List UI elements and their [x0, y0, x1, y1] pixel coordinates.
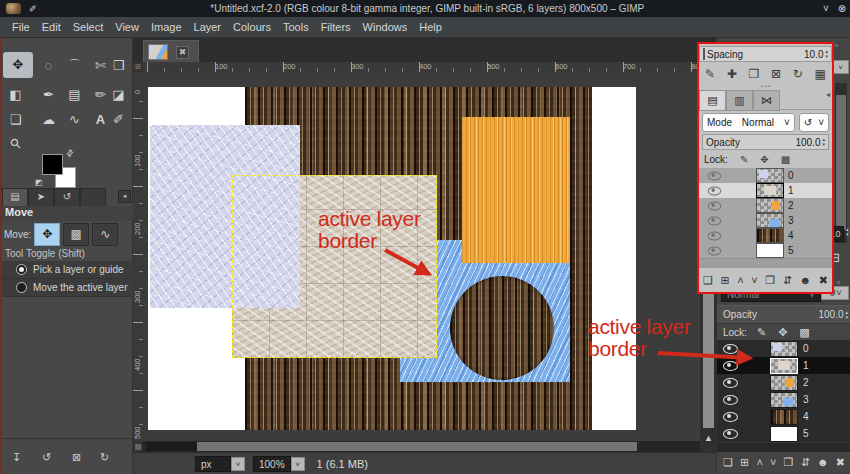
tool-zoom-icon[interactable]: ⚲	[0, 127, 32, 161]
layer-thumbnail[interactable]	[770, 409, 798, 425]
layer-thumbnail[interactable]	[756, 243, 784, 258]
layer-name[interactable]: 4	[803, 411, 809, 422]
ruler-corner[interactable]: ⊞	[133, 62, 143, 72]
menu-windows[interactable]: Windows	[357, 21, 414, 33]
menu-edit[interactable]: Edit	[36, 21, 67, 33]
layer-name[interactable]: 0	[803, 343, 809, 354]
layer-thumbnail[interactable]	[770, 392, 798, 408]
layer-thumbnail[interactable]	[770, 426, 798, 442]
raise-layer-icon[interactable]: ˄	[737, 274, 743, 286]
menu-select[interactable]: Select	[67, 21, 110, 33]
layer-name[interactable]: 3	[788, 215, 794, 226]
tool-free-select-icon[interactable]: ⌒	[62, 54, 87, 77]
lock-alpha-icon[interactable]: ▩	[781, 154, 790, 165]
layer-thumbnail[interactable]	[756, 168, 784, 183]
edit-brush-icon[interactable]: ✎	[705, 67, 715, 81]
strip-scrollbar[interactable]	[835, 83, 847, 243]
radio-unselected-icon[interactable]	[16, 282, 27, 293]
layer-row-0[interactable]: 0	[699, 168, 832, 184]
raise-layer-icon[interactable]: ˄	[756, 456, 762, 468]
layer-row-4[interactable]: 4	[699, 228, 832, 244]
add-mask-icon[interactable]: ☻	[817, 456, 829, 468]
tab-tool-options[interactable]: ▤	[2, 188, 28, 207]
lock-alpha-icon[interactable]: ▩	[799, 326, 809, 339]
pin-icon[interactable]: ✐	[29, 4, 37, 14]
layer-mode-select[interactable]: Mode Normal	[702, 113, 795, 132]
tool-ellipse-select-icon[interactable]: ◌	[36, 54, 61, 77]
tool-paths-icon[interactable]: ∿	[62, 108, 87, 131]
layer-row-5[interactable]: 5	[717, 425, 850, 443]
swap-colors-icon[interactable]: ⇄	[64, 147, 76, 159]
strip-spinner-arrows-icon[interactable]	[846, 227, 849, 237]
radio-pick-layer[interactable]: Pick a layer or guide	[0, 261, 133, 279]
layer-row-1-active[interactable]: 1	[717, 357, 850, 375]
reset-options-icon[interactable]: ↻	[100, 451, 109, 464]
opacity-row[interactable]: Opacity 100.0	[702, 134, 829, 150]
fg-bg-colors[interactable]: ⇄ ◩	[40, 152, 84, 190]
visibility-eye-icon[interactable]	[708, 231, 722, 240]
lock-position-icon[interactable]: ✥	[778, 326, 787, 339]
zoom-dropdown-icon[interactable]	[291, 457, 305, 471]
visibility-eye-icon[interactable]	[723, 378, 738, 388]
layer-name[interactable]: 2	[788, 200, 794, 211]
visibility-eye-icon[interactable]	[708, 216, 722, 225]
layer-row-1-active[interactable]: 1	[699, 183, 832, 199]
lock-pixels-icon[interactable]: ✎	[757, 326, 766, 339]
layer-row-2[interactable]: 2	[699, 198, 832, 214]
opacity-row[interactable]: Opacity 100.0	[717, 305, 850, 324]
tab-close-icon[interactable]: ✖	[176, 46, 189, 59]
tab-image-thumbnail[interactable]	[80, 188, 106, 207]
lock-position-icon[interactable]: ✥	[760, 154, 768, 165]
navigation-corner-icon[interactable]: ▧	[133, 441, 143, 452]
lower-layer-icon[interactable]: ˅	[770, 456, 776, 468]
add-mask-icon[interactable]: ☻	[800, 274, 812, 286]
tool-color-picker-icon[interactable]: ✐	[106, 108, 131, 131]
visibility-eye-icon[interactable]	[723, 344, 738, 354]
layer-name[interactable]: 5	[803, 428, 809, 439]
layer-name[interactable]: 5	[788, 245, 794, 256]
layer-thumbnail[interactable]	[770, 341, 798, 357]
dock-menu-icon[interactable]: ◂	[118, 190, 131, 203]
active-layer-thumbnail[interactable]	[756, 183, 784, 198]
restore-preset-icon[interactable]: ↺	[42, 451, 51, 464]
layer-row-3[interactable]: 3	[699, 213, 832, 229]
new-layer-icon[interactable]: ❏	[703, 274, 713, 287]
visibility-eye-icon[interactable]	[723, 429, 738, 439]
strip-scrollbar-thumb[interactable]	[836, 95, 846, 230]
duplicate-layer-icon[interactable]: ❐	[784, 456, 794, 469]
tool-crop-icon[interactable]: ❒	[106, 54, 131, 77]
scrollbar-step-icon[interactable]: ▲	[702, 432, 715, 445]
new-group-icon[interactable]: ⊞	[740, 456, 749, 469]
tool-flip-icon[interactable]: ◧	[3, 83, 28, 106]
layer-thumbnail[interactable]	[770, 375, 798, 391]
duplicate-brush-icon[interactable]: ❐	[749, 67, 760, 81]
dock-menu-icon[interactable]: ◂	[826, 90, 830, 109]
tab-paths-icon[interactable]: ⋈	[753, 90, 780, 111]
lower-layer-icon[interactable]: ˅	[751, 274, 757, 286]
zoom-value[interactable]: 100%	[253, 456, 291, 472]
unit-dropdown-icon[interactable]	[231, 457, 245, 471]
layer-row-4[interactable]: 4	[717, 408, 850, 426]
slider-handle[interactable]	[703, 48, 705, 60]
active-layer-thumbnail[interactable]	[770, 358, 798, 374]
opacity-spinner-icon[interactable]	[822, 137, 825, 147]
layer-name[interactable]: 4	[788, 230, 794, 241]
tool-move[interactable]: ✥	[3, 52, 33, 78]
radio-move-active[interactable]: Move the active layer	[0, 279, 133, 297]
spacing-spinner-icon[interactable]	[825, 49, 828, 59]
tab-device-status[interactable]: ➤	[28, 188, 54, 207]
visibility-eye-icon[interactable]	[723, 412, 738, 422]
delete-brush-icon[interactable]: ⊠	[771, 67, 781, 81]
layer-thumbnail[interactable]	[756, 198, 784, 213]
lock-pixels-icon[interactable]: ✎	[740, 154, 748, 165]
menu-tools[interactable]: Tools	[277, 21, 315, 33]
visibility-eye-icon[interactable]	[708, 246, 722, 255]
delete-preset-icon[interactable]: ⊠	[72, 451, 81, 464]
foreground-color-swatch[interactable]	[42, 154, 63, 175]
tool-gradient-icon[interactable]: ▤	[62, 83, 87, 106]
horizontal-scrollbar-thumb[interactable]	[197, 442, 637, 451]
unit-select[interactable]: px	[195, 456, 231, 472]
tab-channels-icon[interactable]: ▥	[726, 90, 753, 111]
opacity-value[interactable]: 100.0	[818, 309, 843, 320]
delete-layer-icon[interactable]: ✖	[819, 274, 828, 287]
